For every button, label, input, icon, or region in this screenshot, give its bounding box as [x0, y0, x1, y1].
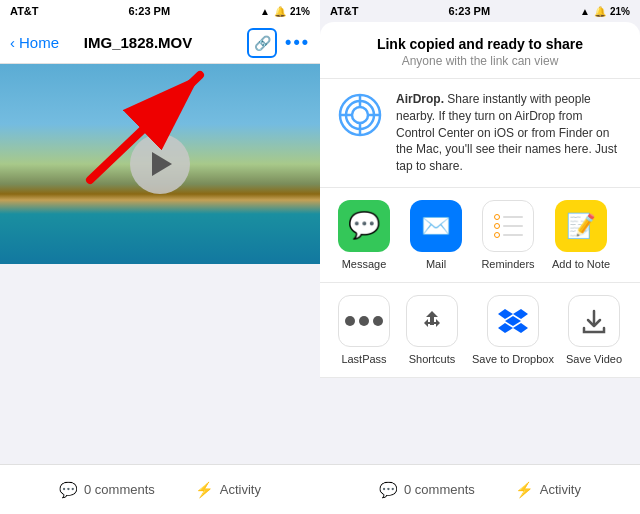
savevideo-icon: [568, 295, 620, 347]
comment-icon: 💬: [59, 481, 78, 499]
activity-section[interactable]: ⚡ Activity: [195, 481, 261, 499]
mail-label: Mail: [426, 258, 446, 270]
action-item-lastpass[interactable]: LastPass: [336, 295, 392, 365]
shortcuts-label: Shortcuts: [409, 353, 455, 365]
activity-icon: ⚡: [195, 481, 214, 499]
play-icon: [152, 152, 172, 176]
shortcuts-icon: [406, 295, 458, 347]
share-subtitle: Anyone with the link can view: [336, 54, 624, 68]
battery-right: ▲ 🔔 21%: [580, 6, 630, 17]
notes-app-icon: 📝: [555, 200, 607, 252]
dropbox-icon: [487, 295, 539, 347]
action-item-savevideo[interactable]: Save Video: [566, 295, 622, 365]
app-item-reminders[interactable]: Reminders: [480, 200, 536, 270]
airdrop-description: AirDrop. Share instantly with people nea…: [396, 91, 624, 175]
more-button[interactable]: •••: [285, 32, 310, 53]
play-button[interactable]: [130, 134, 190, 194]
message-label: Message: [342, 258, 387, 270]
mail-app-icon: ✉️: [410, 200, 462, 252]
carrier-left: AT&T: [10, 5, 39, 17]
airdrop-section[interactable]: AirDrop. Share instantly with people nea…: [320, 79, 640, 188]
activity-label-right: Activity: [540, 482, 581, 497]
app-item-notes[interactable]: 📝 Add to Note: [552, 200, 610, 270]
notes-label: Add to Note: [552, 258, 610, 270]
svg-point-4: [352, 107, 368, 123]
chevron-left-icon: ‹: [10, 34, 15, 51]
comments-section[interactable]: 💬 0 comments: [59, 481, 155, 499]
link-icon: 🔗: [254, 35, 271, 51]
time-right: 6:23 PM: [449, 5, 491, 17]
activity-label: Activity: [220, 482, 261, 497]
carrier-right: AT&T: [330, 5, 359, 17]
app-row: 💬 Message ✉️ Mail: [320, 188, 640, 283]
bottom-bar-right: 💬 0 comments ⚡ Activity: [320, 464, 640, 514]
left-panel: AT&T 6:23 PM ▲ 🔔 21% ‹ Home IMG_1828.MOV…: [0, 0, 320, 514]
share-header: Link copied and ready to share Anyone wi…: [320, 22, 640, 79]
comments-label-right: 0 comments: [404, 482, 475, 497]
status-bar-right: AT&T 6:23 PM ▲ 🔔 21%: [320, 0, 640, 22]
activity-section-right[interactable]: ⚡ Activity: [515, 481, 581, 499]
comments-label: 0 comments: [84, 482, 155, 497]
time-left: 6:23 PM: [129, 5, 171, 17]
savevideo-label: Save Video: [566, 353, 622, 365]
reminders-app-icon: [482, 200, 534, 252]
airdrop-icon: [336, 91, 384, 139]
bottom-bar-left: 💬 0 comments ⚡ Activity: [0, 464, 320, 514]
lastpass-label: LastPass: [341, 353, 386, 365]
lastpass-icon: [338, 295, 390, 347]
comment-icon-right: 💬: [379, 481, 398, 499]
action-item-shortcuts[interactable]: Shortcuts: [404, 295, 460, 365]
message-app-icon: 💬: [338, 200, 390, 252]
activity-icon-right: ⚡: [515, 481, 534, 499]
action-row: LastPass Shortcuts: [320, 283, 640, 378]
app-item-mail[interactable]: ✉️ Mail: [408, 200, 464, 270]
nav-bar-left: ‹ Home IMG_1828.MOV 🔗 •••: [0, 22, 320, 64]
battery-left: ▲ 🔔 21%: [260, 6, 310, 17]
comments-section-right[interactable]: 💬 0 comments: [379, 481, 475, 499]
share-sheet: Link copied and ready to share Anyone wi…: [320, 22, 640, 514]
reminders-label: Reminders: [481, 258, 534, 270]
status-bar-left: AT&T 6:23 PM ▲ 🔔 21%: [0, 0, 320, 22]
action-item-dropbox[interactable]: Save to Dropbox: [472, 295, 554, 365]
link-icon-button[interactable]: 🔗: [247, 28, 277, 58]
right-panel: AT&T 6:23 PM ▲ 🔔 21% Link copied and rea…: [320, 0, 640, 514]
dropbox-label: Save to Dropbox: [472, 353, 554, 365]
share-title: Link copied and ready to share: [336, 36, 624, 52]
app-item-message[interactable]: 💬 Message: [336, 200, 392, 270]
video-preview[interactable]: [0, 64, 320, 264]
nav-right-buttons: 🔗 •••: [247, 28, 310, 58]
file-title: IMG_1828.MOV: [29, 34, 247, 51]
